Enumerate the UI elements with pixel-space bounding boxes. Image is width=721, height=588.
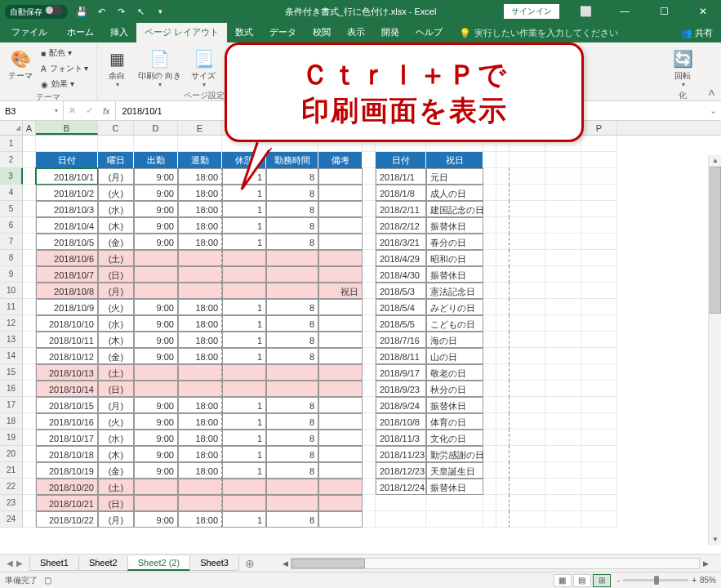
cell-in[interactable] [134,381,178,397]
cell[interactable] [23,446,36,462]
cell[interactable] [581,348,617,364]
cell[interactable] [496,315,510,332]
cell-weekday[interactable]: (土) [98,364,134,381]
cell[interactable] [581,217,617,234]
row-header[interactable]: 5 [0,201,23,217]
cell[interactable] [483,283,496,299]
cell-weekday[interactable]: (月) [98,283,134,299]
cell-date[interactable]: 2018/10/7 [36,266,98,283]
sheet-tab[interactable]: Sheet2 [78,556,128,571]
cell[interactable] [545,413,581,430]
cell-note[interactable] [318,364,363,381]
cell-date[interactable]: 2018/10/4 [36,217,98,234]
cell[interactable] [510,381,545,397]
tab-insert[interactable]: 挿入 [102,23,136,42]
cell[interactable] [545,381,581,397]
cell-date[interactable]: 2018/10/13 [36,364,98,381]
cell-in[interactable] [134,266,178,283]
cell-break[interactable]: 1 [222,430,266,446]
cell[interactable] [496,446,510,462]
row-header[interactable]: 23 [0,495,23,511]
cell[interactable] [545,397,581,413]
cell[interactable] [545,152,581,168]
cell[interactable] [496,479,510,495]
cell[interactable] [510,283,545,299]
cell[interactable] [483,332,496,348]
redo-icon[interactable]: ↷ [112,2,130,20]
cell[interactable] [23,250,36,266]
cell[interactable] [23,136,36,152]
cell-note[interactable] [318,446,363,462]
holiday-date[interactable]: 2018/5/5 [376,315,426,332]
cell[interactable] [496,185,510,201]
cell-date[interactable]: 2018/10/16 [36,413,98,430]
tab-home[interactable]: ホーム [59,23,102,42]
cell[interactable] [581,413,617,430]
cell[interactable] [496,511,510,528]
cell[interactable] [581,250,617,266]
cell[interactable] [483,348,496,364]
cell[interactable] [36,136,98,152]
row-header[interactable]: 6 [0,217,23,234]
cell[interactable] [581,332,617,348]
cell[interactable] [23,201,36,217]
cell[interactable] [496,462,510,479]
cell[interactable] [363,299,376,315]
cell-note[interactable] [318,495,363,511]
cell[interactable] [23,299,36,315]
cell-break[interactable]: 1 [222,462,266,479]
cell-hours[interactable]: 8 [266,413,318,430]
holiday-date[interactable]: 2018/9/17 [376,364,426,381]
cell[interactable] [545,462,581,479]
holiday-name[interactable]: 天皇誕生日 [426,462,483,479]
cell-hours[interactable] [266,250,318,266]
cell-weekday[interactable]: (水) [98,315,134,332]
cell[interactable] [545,168,581,185]
cell[interactable] [496,299,510,315]
cell[interactable] [545,495,581,511]
cell-date[interactable]: 2018/10/3 [36,201,98,217]
cell-weekday[interactable]: (日) [98,381,134,397]
cell[interactable] [483,381,496,397]
cell-out[interactable]: 18:00 [178,217,222,234]
holiday-name[interactable]: 成人の日 [426,185,483,201]
cell[interactable] [23,283,36,299]
cell-out[interactable]: 18:00 [178,201,222,217]
cell-hours[interactable]: 8 [266,430,318,446]
row-header[interactable]: 20 [0,446,23,462]
cell-hours[interactable]: 8 [266,397,318,413]
holiday-date[interactable]: 2018/1/8 [376,185,426,201]
row-header[interactable]: 18 [0,413,23,430]
holiday-name[interactable]: 秋分の日 [426,381,483,397]
cell-weekday[interactable]: (月) [98,397,134,413]
cell[interactable] [23,462,36,479]
holiday-date[interactable]: 2018/10/8 [376,413,426,430]
macro-record-icon[interactable]: ▢ [44,576,51,585]
cell-break[interactable]: 1 [222,299,266,315]
main-header[interactable]: 日付 [36,152,98,168]
cell[interactable] [581,315,617,332]
cell[interactable] [23,217,36,234]
cell[interactable] [363,152,376,168]
cell-out[interactable]: 18:00 [178,332,222,348]
cell[interactable] [483,234,496,250]
cell[interactable] [23,234,36,250]
row-header[interactable]: 21 [0,462,23,479]
cell-weekday[interactable]: (日) [98,495,134,511]
cell[interactable] [98,136,134,152]
cell-in[interactable]: 9:00 [134,201,178,217]
row-header-1[interactable]: 1 [0,136,23,152]
cell[interactable] [23,152,36,168]
holiday-header[interactable]: 祝日 [426,152,483,168]
cell[interactable] [581,136,617,152]
cell[interactable] [510,348,545,364]
tab-formulas[interactable]: 数式 [227,23,261,42]
cell[interactable] [581,430,617,446]
cell-hours[interactable]: 8 [266,299,318,315]
share-button[interactable]: 👥共有 [673,24,721,42]
cell-out[interactable]: 18:00 [178,511,222,528]
row-header[interactable]: 10 [0,283,23,299]
cell[interactable] [545,266,581,283]
cell-date[interactable]: 2018/10/10 [36,315,98,332]
undo-icon[interactable]: ↶ [92,2,110,20]
